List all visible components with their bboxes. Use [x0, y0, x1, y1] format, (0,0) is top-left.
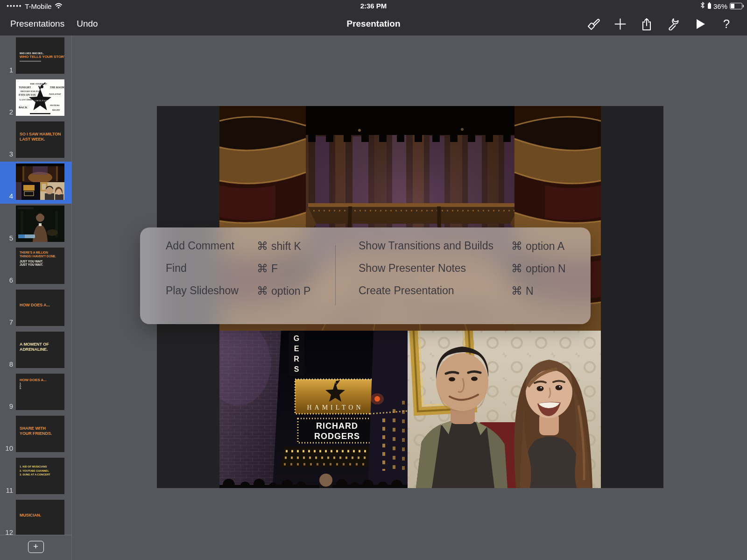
accessory-battery-icon — [708, 3, 711, 9]
theater-name-line2: RODGERS — [314, 432, 360, 441]
overlay-divider — [335, 245, 336, 305]
shortcut-keys: ⌘option P — [257, 284, 310, 298]
tools-button[interactable] — [667, 17, 680, 30]
thumbnail-text: MUSICIAN. — [20, 513, 64, 518]
slide-thumbnail: THE STORY OF TONIGHT THE ROOM HISTORY HA… — [16, 79, 64, 116]
thumbnail-text: 3. — [20, 387, 64, 390]
thumbnail-text: HOW DOES A... — [20, 303, 64, 308]
slide-thumbnail: WHO LIVES. WHO DIES...WHO TELLS YOUR STO… — [16, 37, 64, 74]
slide-row-12[interactable]: 12MUSICIAN. — [0, 498, 71, 535]
slide-thumbnail — [16, 163, 64, 200]
paintbrush-icon — [587, 17, 600, 30]
navigator-footer: + — [0, 535, 71, 560]
thumbnail-text: LAST WEEK. — [20, 137, 64, 142]
command-key-glyph: ⌘ — [511, 262, 522, 275]
thumbnail-text: SO I SAW HAMILTON — [20, 132, 64, 137]
slide-row-9[interactable]: 9HOW DOES A...1.2.3. — [0, 372, 71, 414]
thumbnail-text: 1. KID OF MUSICIANS — [20, 465, 64, 469]
thumbnail-caption-bar — [20, 61, 41, 62]
help-button[interactable]: ? — [720, 17, 733, 30]
slide-thumbnail: THERE'S A MILLIONTHINGS I HAVEN'T DONE.J… — [16, 248, 64, 284]
slide-row-7[interactable]: 7HOW DOES A... — [0, 288, 71, 330]
slide-thumbnail: 1. KID OF MUSICIANS2. YOUTUBE CHANNEL3. … — [16, 458, 64, 494]
theater-name-line1: RICHARD — [316, 421, 358, 431]
thumbnail-text: 3. SUNG AT A CONCERT — [20, 473, 64, 477]
shortcut-label: Show Transitions and Builds — [359, 240, 493, 252]
shortcut-keys: ⌘option N — [511, 262, 566, 275]
share-button[interactable] — [640, 17, 653, 30]
shortcut-keys: ⌘N — [511, 284, 534, 298]
slide-number: 2 — [0, 108, 13, 116]
svg-text:SISTERS: SISTERS — [50, 104, 60, 106]
shortcut-keys: ⌘shift K — [257, 240, 301, 253]
slide-number: 12 — [0, 528, 13, 535]
slide-row-11[interactable]: 111. KID OF MUSICIANS2. YOUTUBE CHANNEL3… — [0, 456, 71, 498]
slide-thumbnail: HOW DOES A...1.2.3. — [16, 374, 64, 410]
share-icon — [641, 17, 653, 31]
slide-row-2[interactable]: 2 THE STORY OF TONIGHT THE ROOM HISTORY … — [0, 78, 71, 120]
slide-number: 10 — [0, 444, 13, 452]
svg-text:THE ROOM: THE ROOM — [50, 86, 64, 89]
slide-row-6[interactable]: 6THERE'S A MILLIONTHINGS I HAVEN'T DONE.… — [0, 246, 71, 288]
clock: 2:36 PM — [0, 0, 747, 12]
bluetooth-icon — [700, 1, 705, 11]
thumbnail-text: 2. YOUTUBE CHANNEL — [20, 469, 64, 473]
thumbnail-text: HOW DOES A... — [20, 378, 64, 383]
slide-row-1[interactable]: 1WHO LIVES. WHO DIES...WHO TELLS YOUR ST… — [0, 35, 71, 78]
keyboard-shortcuts-overlay: Add Comment⌘shift KFind⌘FPlay Slideshow⌘… — [140, 227, 591, 324]
slide-number: 7 — [0, 318, 13, 326]
play-button[interactable] — [693, 17, 706, 30]
shortcut-label: Show Presenter Notes — [359, 262, 466, 275]
slide-row-4[interactable]: 4 — [0, 162, 71, 204]
add-slide-button[interactable]: + — [28, 541, 44, 553]
shortcut-label: Add Comment — [166, 240, 234, 252]
thumbnail-text: THERE'S A MILLION — [20, 251, 64, 255]
slide-navigator: 1WHO LIVES. WHO DIES...WHO TELLS YOUR ST… — [0, 35, 72, 560]
slide-list: 1WHO LIVES. WHO DIES...WHO TELLS YOUR ST… — [0, 35, 71, 535]
slide-row-8[interactable]: 8A MOMENT OFADRENALINE. — [0, 330, 71, 372]
status-bar: ●●●●● T-Mobile 2:36 PM 36% — [0, 0, 747, 12]
thumbnail-text: WHO TELLS YOUR STORY? — [20, 55, 64, 59]
thumbnail-text: A MOMENT OF — [20, 342, 64, 347]
slide-number: 8 — [0, 360, 13, 368]
command-key-glyph: ⌘ — [257, 262, 268, 275]
command-key-glyph: ⌘ — [511, 240, 522, 252]
marquee-photo[interactable]: GERS HAMILTON RICHARD RODGERS — [219, 331, 408, 488]
shortcut-label: Find — [166, 262, 187, 275]
svg-text:HAMILTON: HAMILTON — [32, 99, 49, 102]
format-button[interactable] — [587, 17, 600, 30]
marquee-title-text: HAMILTON — [307, 404, 363, 411]
svg-text:NON-STOP: NON-STOP — [49, 93, 61, 95]
shortcut-label: Create Presentation — [359, 284, 454, 297]
marquee-photo-graphic: GERS HAMILTON RICHARD RODGERS — [219, 331, 408, 488]
svg-text:LAST TIME: LAST TIME — [20, 99, 33, 101]
shortcut-keys: ⌘F — [257, 262, 278, 275]
thumbnail-text: JUST YOU WAIT. — [20, 260, 64, 263]
svg-text:EYES ON YOU: EYES ON YOU — [19, 93, 36, 96]
thumbnail-text: ADRENALINE. — [20, 347, 64, 352]
slide-number: 4 — [0, 192, 13, 200]
selfie-photo-graphic — [408, 331, 601, 488]
battery-icon — [730, 3, 742, 9]
battery-percent: 36% — [713, 2, 727, 10]
slide-number: 5 — [0, 234, 13, 242]
slide-row-3[interactable]: 3SO I SAW HAMILTONLAST WEEK. — [0, 120, 71, 162]
plus-icon — [614, 18, 627, 30]
thumbnail-text: JUST YOU WAIT. — [20, 263, 64, 267]
add-button[interactable] — [613, 17, 627, 30]
slide-thumbnail: A MOMENT OFADRENALINE. — [16, 332, 64, 368]
toolbar: Presentations Undo Presentation ? — [0, 12, 747, 35]
selfie-photo[interactable] — [408, 331, 601, 488]
slide-row-5[interactable]: 5 — [0, 204, 71, 246]
slide-number: 1 — [0, 66, 13, 74]
command-key-glyph: ⌘ — [257, 284, 268, 297]
slide-number: 9 — [0, 402, 13, 410]
slide-thumbnail: SO I SAW HAMILTONLAST WEEK. — [16, 121, 64, 158]
slide-thumbnail: HOW DOES A... — [16, 290, 64, 326]
thumbnail-text: THINGS I HAVEN'T DONE. — [20, 255, 64, 258]
slide-row-10[interactable]: 10SHARE WITHYOUR FRIENDS. — [0, 414, 71, 456]
svg-text:BACK: BACK — [19, 106, 28, 109]
shortcut-keys: ⌘option A — [511, 240, 564, 253]
slide-thumbnail: SHARE WITHYOUR FRIENDS. — [16, 416, 64, 452]
shortcut-label: Play Slideshow — [166, 284, 239, 297]
